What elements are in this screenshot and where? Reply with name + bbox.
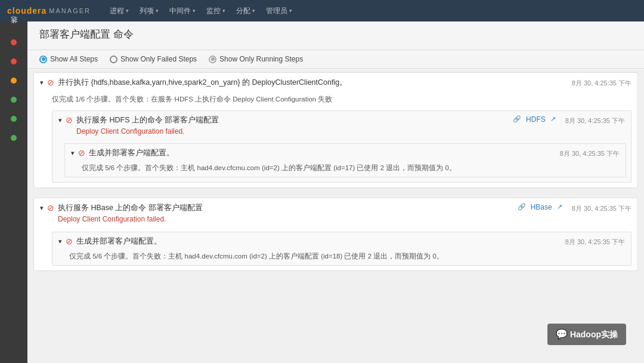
- filter-bar: Show All Steps Show Only Failed Steps Sh…: [27, 50, 644, 69]
- nav-item-list[interactable]: 列项 ▾: [135, 4, 163, 19]
- command-timestamp-1: 8月 30, 4:25:35 下午: [572, 79, 631, 88]
- command-title-2: 执行服务 HBase 上的命令 部署客户端配置 Deploy Client Co…: [58, 203, 508, 224]
- sidebar-item-6[interactable]: [4, 130, 23, 146]
- nav-item-monitor[interactable]: 监控 ▾: [202, 4, 230, 19]
- chevron-down-icon: ▾: [193, 8, 196, 14]
- filter-running-steps[interactable]: Show Only Running Steps: [209, 55, 303, 63]
- chevron-down-icon: ▾: [126, 8, 129, 14]
- filter-running-label: Show Only Running Steps: [219, 55, 303, 63]
- command-block-1: ▾ ⊘ 并行执行 {hdfs,hbase,kafka,yarn,hive,spa…: [33, 72, 638, 188]
- external-link-icon-hdfs: ↗: [550, 115, 556, 123]
- main-layout: 状态 部署客户端配置 命令 Show All Steps Show Only F…: [0, 21, 644, 363]
- expand-icon-1-1[interactable]: ▾: [58, 116, 62, 124]
- sub-command-name-1-1: 执行服务 HDFS 上的命令 部署客户端配置: [76, 116, 219, 124]
- status-dot-green: [11, 97, 17, 103]
- chevron-down-icon: ▾: [289, 8, 292, 14]
- external-link-icon-2: 🔗: [518, 203, 526, 211]
- sub-command-block-1-1: ▾ ⊘ 执行服务 HDFS 上的命令 部署客户端配置 Deploy Client…: [52, 110, 631, 183]
- status-dot-green: [11, 135, 17, 141]
- page-header: 部署客户端配置 命令: [27, 21, 644, 50]
- command-name-1: 并行执行 {hdfs,hbase,kafka,yarn,hive,spark2_…: [58, 78, 347, 87]
- error-icon-1-1: ⊘: [66, 115, 73, 125]
- radio-failed-icon: [110, 56, 117, 63]
- sidebar-item-3[interactable]: [4, 73, 23, 88]
- commands-list: ▾ ⊘ 并行执行 {hdfs,hbase,kafka,yarn,hive,spa…: [27, 69, 644, 363]
- logo: cloudera MANAGER: [7, 6, 91, 16]
- nav-item-middleware[interactable]: 中间件 ▾: [165, 4, 200, 19]
- sub-command-timestamp-2-1: 8月 30, 4:25:35 下午: [565, 238, 625, 247]
- sub-sub-command-detail-1-1-1: 仅完成 5/6 个步骤。首个失败：主机 had4.dev.cfcmu.com (…: [65, 163, 626, 177]
- sub-command-detail-2-1: 仅完成 5/6 个步骤。首个失败：主机 had4.dev.cfcmu.com (…: [52, 251, 631, 265]
- sub-sub-command-header-1-1-1: ▾ ⊘ 生成并部署客户端配置。 8月 30, 4:25:35 下午: [65, 144, 626, 163]
- command-timestamp-2: 8月 30, 4:25:35 下午: [572, 204, 631, 213]
- command-header-2: ▾ ⊘ 执行服务 HBase 上的命令 部署客户端配置 Deploy Clien…: [34, 198, 637, 229]
- filter-all-label: Show All Steps: [50, 55, 98, 63]
- nav-item-process[interactable]: 进程 ▾: [105, 4, 134, 19]
- command-name-2: 执行服务 HBase 上的命令 部署客户端配置: [58, 204, 203, 212]
- sidebar-item-5[interactable]: [4, 111, 23, 127]
- command-detail-1: 仅完成 1/6 个步骤。首个失败：在服务 HDFS 上执行命令 Deploy C…: [34, 93, 637, 108]
- page-title: 部署客户端配置 命令: [39, 27, 632, 41]
- error-icon-2-1: ⊘: [66, 236, 73, 246]
- sub-command-header-2-1: ▾ ⊘ 生成并部署客户端配置。 8月 30, 4:25:35 下午: [52, 232, 631, 251]
- status-dot-red: [11, 39, 17, 45]
- expand-icon-2-1[interactable]: ▾: [58, 238, 62, 245]
- status-dot-red: [11, 59, 17, 64]
- logo-cloudera: cloudera: [7, 6, 47, 16]
- sub-command-timestamp-1-1: 8月 30, 4:25:35 下午: [565, 116, 625, 125]
- sub-sub-command-timestamp-1-1-1: 8月 30, 4:25:35 下午: [560, 149, 620, 158]
- sub-command-title-2-1: 生成并部署客户端配置。: [76, 236, 556, 247]
- error-icon-1: ⊘: [47, 78, 54, 87]
- sidebar-label: 状态: [8, 26, 20, 31]
- chevron-down-icon: ▾: [222, 8, 225, 14]
- main-content: 部署客户端配置 命令 Show All Steps Show Only Fail…: [27, 21, 644, 363]
- expand-icon-1[interactable]: ▾: [40, 79, 44, 87]
- sub-sub-command-name-1-1-1: 生成并部署客户端配置。: [89, 149, 174, 157]
- expand-icon-1-1-1[interactable]: ▾: [71, 149, 75, 157]
- command-block-2: ▾ ⊘ 执行服务 HBase 上的命令 部署客户端配置 Deploy Clien…: [33, 198, 638, 271]
- nav-item-admin[interactable]: 管理员 ▾: [261, 4, 297, 19]
- hbase-link[interactable]: HBase: [531, 203, 552, 211]
- chevron-down-icon: ▾: [252, 8, 255, 14]
- sub-command-header-1-1: ▾ ⊘ 执行服务 HDFS 上的命令 部署客户端配置 Deploy Client…: [52, 111, 631, 141]
- chevron-down-icon: ▾: [156, 8, 159, 14]
- filter-failed-label: Show Only Failed Steps: [120, 55, 197, 63]
- status-dot-orange: [11, 78, 17, 84]
- expand-icon-2[interactable]: ▾: [40, 204, 44, 212]
- sub-command-title-1-1: 执行服务 HDFS 上的命令 部署客户端配置 Deploy Client Con…: [76, 115, 503, 137]
- sub-command-block-2-1: ▾ ⊘ 生成并部署客户端配置。 8月 30, 4:25:35 下午 仅完成 5/…: [52, 232, 631, 266]
- sidebar: 状态: [0, 21, 27, 363]
- sub-command-name-2-1: 生成并部署客户端配置。: [76, 237, 162, 245]
- radio-all-icon: [39, 56, 47, 63]
- error-icon-2: ⊘: [47, 203, 54, 213]
- external-link-icon-hbase: ↗: [557, 203, 562, 211]
- sidebar-item-1[interactable]: [4, 35, 23, 50]
- top-navigation: cloudera MANAGER 进程 ▾ 列项 ▾ 中间件 ▾ 监控 ▾ 分配…: [0, 0, 644, 21]
- sub-command-error-1-1: Deploy Client Configuration failed.: [76, 127, 503, 137]
- radio-running-icon: [209, 56, 216, 63]
- sub-sub-command-title-1-1-1: 生成并部署客户端配置。: [89, 148, 550, 159]
- command-error-2: Deploy Client Configuration failed.: [58, 214, 508, 224]
- nav-item-assign[interactable]: 分配 ▾: [231, 4, 260, 19]
- filter-failed-steps[interactable]: Show Only Failed Steps: [110, 55, 197, 63]
- spacer: [27, 192, 644, 194]
- command-title-1: 并行执行 {hdfs,hbase,kafka,yarn,hive,spark2_…: [58, 78, 562, 88]
- status-dot-green: [11, 116, 17, 122]
- sub-sub-command-1-1-1: ▾ ⊘ 生成并部署客户端配置。 8月 30, 4:25:35 下午 仅完成 5/…: [64, 143, 626, 177]
- error-icon-1-1-1: ⊘: [78, 148, 85, 158]
- sidebar-item-2[interactable]: [4, 54, 23, 69]
- sidebar-item-4[interactable]: [4, 92, 23, 107]
- external-link-icon-1-1: 🔗: [513, 115, 521, 123]
- hdfs-link[interactable]: HDFS: [526, 115, 546, 124]
- filter-all-steps[interactable]: Show All Steps: [39, 55, 98, 63]
- logo-manager: MANAGER: [49, 7, 91, 14]
- command-header-1: ▾ ⊘ 并行执行 {hdfs,hbase,kafka,yarn,hive,spa…: [34, 73, 637, 93]
- nav-menu: 进程 ▾ 列项 ▾ 中间件 ▾ 监控 ▾ 分配 ▾ 管理员 ▾: [105, 4, 297, 19]
